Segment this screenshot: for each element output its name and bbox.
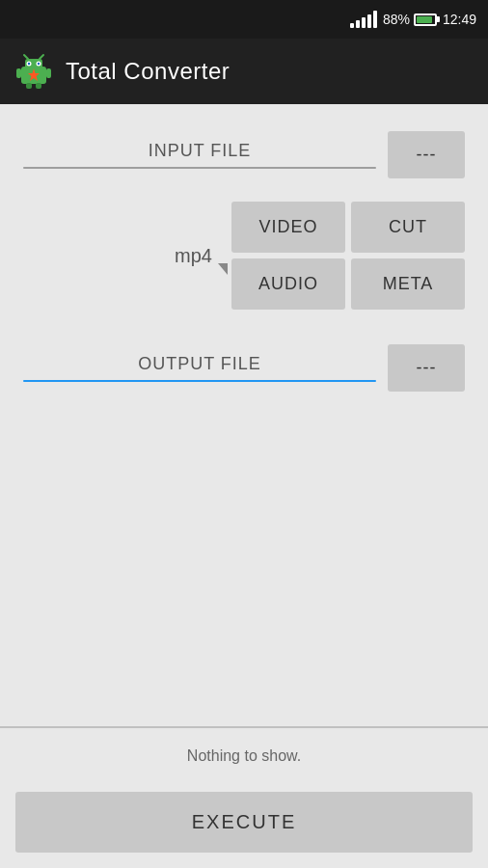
svg-line-7 [40, 55, 43, 59]
input-file-section: INPUT FILE --- [0, 104, 488, 194]
svg-point-4 [28, 63, 30, 65]
battery-container: 88% [383, 12, 437, 27]
input-file-field: INPUT FILE [23, 141, 376, 169]
action-buttons-grid: VIDEO CUT AUDIO META [231, 202, 465, 310]
signal-icon [350, 11, 377, 28]
empty-state-message: Nothing to show. [0, 728, 488, 784]
app-title: Total Converter [66, 58, 230, 85]
format-text: mp4 [175, 245, 224, 267]
app-bar: Total Converter [0, 39, 488, 104]
output-file-section: OUTPUT FILE --- [0, 329, 488, 407]
app-icon [15, 53, 52, 90]
svg-point-5 [38, 63, 40, 65]
signal-bar-1 [350, 23, 354, 28]
meta-button[interactable]: META [351, 258, 465, 310]
execute-section: EXECUTE [0, 784, 488, 868]
output-file-underline [23, 380, 376, 382]
battery-percent: 88% [383, 12, 410, 27]
execute-button[interactable]: EXECUTE [15, 792, 473, 853]
input-browse-button[interactable]: --- [388, 131, 465, 178]
battery-icon [414, 14, 437, 26]
signal-bar-2 [356, 20, 360, 28]
svg-rect-9 [16, 68, 21, 78]
output-file-label: OUTPUT FILE [23, 354, 376, 380]
format-action-section: mp4 VIDEO CUT AUDIO META [0, 194, 488, 329]
status-bar: 88% 12:49 [0, 0, 488, 39]
svg-rect-12 [36, 83, 41, 89]
input-file-label: INPUT FILE [23, 141, 376, 167]
output-file-field: OUTPUT FILE [23, 354, 376, 382]
audio-button[interactable]: AUDIO [231, 258, 345, 310]
svg-line-6 [24, 55, 28, 59]
svg-rect-10 [46, 68, 51, 78]
video-button[interactable]: VIDEO [231, 202, 345, 253]
clock: 12:49 [443, 12, 476, 27]
battery-fill [417, 16, 432, 23]
signal-bar-3 [362, 17, 366, 28]
spacer-area [0, 407, 488, 726]
svg-rect-11 [26, 83, 32, 89]
signal-bar-4 [367, 14, 371, 28]
input-file-underline [23, 167, 376, 169]
dropdown-arrow-icon [218, 263, 228, 275]
signal-bar-5 [373, 11, 377, 28]
format-display: mp4 [23, 245, 231, 267]
main-content: INPUT FILE --- mp4 VIDEO CUT AUDIO META … [0, 104, 488, 868]
cut-button[interactable]: CUT [351, 202, 465, 253]
output-browse-button[interactable]: --- [388, 344, 465, 392]
